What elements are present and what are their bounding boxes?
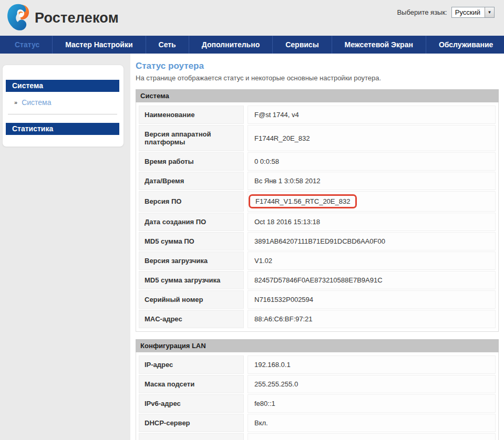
- row-value: F@st 1744, v4: [248, 106, 496, 124]
- row-value: N7161532P002594: [248, 290, 496, 309]
- table-row: Дата создания ПОOct 18 2016 15:13:18: [139, 213, 496, 231]
- section-header: Конфигурация LAN: [136, 339, 499, 352]
- section-lan: Конфигурация LAN IP-адрес192.168.0.1Маск…: [136, 339, 499, 440]
- row-value: 192.168.0.1: [248, 355, 496, 374]
- sidebar-card: Система » Система Статистика: [2, 65, 124, 147]
- row-label: Версия загрузчика: [139, 252, 244, 270]
- row-label: Дата создания ПО: [139, 213, 244, 231]
- language-selector: Выберите язык: Русский ▼: [397, 7, 495, 18]
- system-table: НаименованиеF@st 1744, v4Версия аппаратн…: [136, 102, 499, 332]
- sidebar-column: Система » Система Статистика: [0, 54, 130, 440]
- section-system: Система НаименованиеF@st 1744, v4Версия …: [136, 89, 499, 332]
- table-row: MD5 сумма ПО3891AB64207111B71ED91DCBD6AA…: [139, 232, 496, 250]
- language-select-value: Русский: [452, 7, 485, 17]
- row-value: 3891AB64207111B71ED91DCBD6AA0F00: [248, 232, 496, 250]
- row-label: Наименование: [139, 106, 244, 124]
- top-header: Ростелеком Выберите язык: Русский ▼: [0, 0, 504, 36]
- row-value: F1744R_20E_832: [248, 125, 496, 151]
- row-label: Маска подсети: [139, 375, 244, 393]
- page-subtitle: На странице отображается статус и некото…: [136, 74, 499, 82]
- row-label: IPv6-адрес: [139, 394, 244, 413]
- row-value: 88:A6:C6:BF:97:21: [248, 433, 496, 440]
- row-label: Дата/Время: [139, 172, 244, 190]
- table-row: IPv6-адресfe80::1: [139, 394, 496, 413]
- nav-item[interactable]: Сеть: [146, 36, 189, 54]
- sidebar-item-label[interactable]: Система: [22, 98, 51, 107]
- row-label: IP-адрес: [139, 355, 244, 374]
- sidebar-header-system: Система: [6, 80, 119, 92]
- table-row: MD5 сумма загрузчика82457D57846F0AE87321…: [139, 271, 496, 289]
- row-label: MD5 сумма загрузчика: [139, 271, 244, 289]
- table-row: Версия загрузчикаV1.02: [139, 252, 496, 270]
- sidebar-divider: [8, 114, 117, 114]
- arrow-right-icon: »: [14, 100, 17, 106]
- row-label: Версия ПО: [139, 191, 244, 212]
- table-row: Время работы0 0:0:58: [139, 152, 496, 171]
- row-value: fe80::1: [248, 394, 496, 413]
- section-header: Система: [136, 89, 499, 102]
- nav-item[interactable]: Обслуживание: [426, 36, 504, 54]
- table-row: НаименованиеF@st 1744, v4: [139, 106, 496, 124]
- nav-item[interactable]: Мастер Настройки: [53, 36, 146, 54]
- logo: Ростелеком: [6, 4, 119, 33]
- main-content: Статус роутера На странице отображается …: [130, 54, 504, 440]
- lan-table: IP-адрес192.168.0.1Маска подсети255.255.…: [136, 352, 499, 440]
- table-row: DHCP-серверВкл.: [139, 414, 496, 432]
- row-value: V1.02: [248, 252, 496, 270]
- row-value: F1744R_V1.56_RTC_20E_832: [248, 191, 496, 212]
- table-row: Маска подсети255.255.255.0: [139, 375, 496, 393]
- row-value: Вкл.: [248, 414, 496, 432]
- row-label: MD5 сумма ПО: [139, 232, 244, 250]
- sidebar-header-statistics: Статистика: [6, 123, 119, 135]
- table-row: Версия аппаратной платформыF1744R_20E_83…: [139, 125, 496, 151]
- language-label: Выберите язык:: [397, 8, 447, 16]
- table-row: Серийный номерN7161532P002594: [139, 290, 496, 309]
- nav-item[interactable]: Статус: [2, 36, 53, 54]
- row-label: MAC-адрес: [139, 310, 244, 328]
- table-row: IP-адрес192.168.0.1: [139, 355, 496, 374]
- row-value: Oct 18 2016 15:13:18: [248, 213, 496, 231]
- main-nav: СтатусМастер НастройкиСетьДополнительноС…: [0, 36, 504, 54]
- row-label: Версия аппаратной платформы: [139, 125, 244, 151]
- nav-item[interactable]: Дополнительно: [189, 36, 273, 54]
- row-value: 82457D57846F0AE873210588E7B9A91C: [248, 271, 496, 289]
- logo-text: Ростелеком: [35, 10, 119, 26]
- table-row: MAC-адрес88:A6:C6:BF:97:21: [139, 310, 496, 328]
- table-row: MAC-адрес88:A6:C6:BF:97:21: [139, 433, 496, 440]
- row-value: 0 0:0:58: [248, 152, 496, 171]
- sidebar-item-system[interactable]: » Система: [6, 92, 119, 113]
- row-value: 88:A6:C6:BF:97:21: [248, 310, 496, 328]
- firmware-version-highlight: F1744R_V1.56_RTC_20E_832: [249, 194, 357, 208]
- table-row: Версия ПОF1744R_V1.56_RTC_20E_832: [139, 191, 496, 212]
- row-value: Вс Янв 1 3:0:58 2012: [248, 172, 496, 190]
- rostelecom-logo-icon: [6, 4, 30, 33]
- row-label: Серийный номер: [139, 290, 244, 309]
- row-label: Время работы: [139, 152, 244, 171]
- table-row: Дата/ВремяВс Янв 1 3:0:58 2012: [139, 172, 496, 190]
- chevron-down-icon[interactable]: ▼: [485, 7, 494, 17]
- page-title: Статус роутера: [136, 61, 499, 71]
- row-label: MAC-адрес: [139, 433, 244, 440]
- row-label: DHCP-сервер: [139, 414, 244, 432]
- nav-item[interactable]: Сервисы: [273, 36, 332, 54]
- nav-item[interactable]: Межсетевой Экран: [332, 36, 426, 54]
- language-select[interactable]: Русский ▼: [451, 7, 495, 18]
- row-value: 255.255.255.0: [248, 375, 496, 393]
